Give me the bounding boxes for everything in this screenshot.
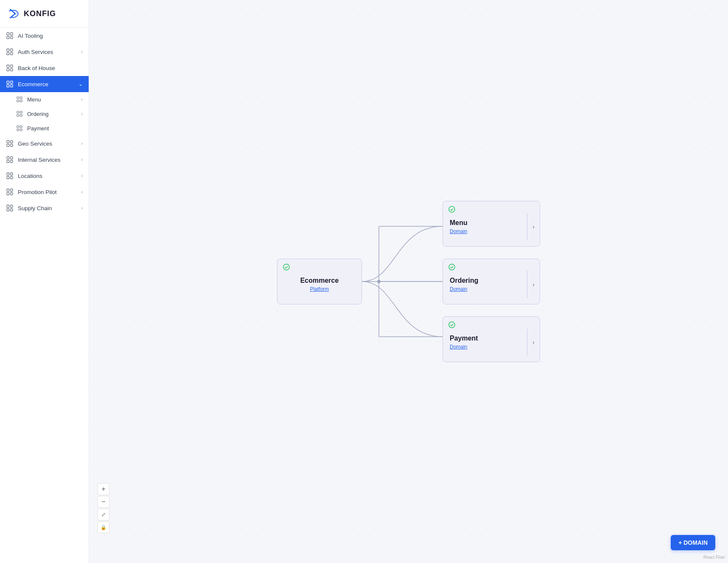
chevron-right-supply: › (81, 205, 83, 211)
svg-rect-28 (7, 141, 9, 143)
payment-node-title: Payment (450, 335, 520, 342)
svg-rect-41 (11, 189, 13, 191)
svg-rect-1 (11, 33, 13, 35)
sidebar-item-promotion-pilot[interactable]: Promotion Pilot › (0, 184, 89, 200)
svg-rect-13 (11, 81, 13, 84)
svg-rect-44 (7, 205, 9, 208)
svg-rect-38 (7, 177, 9, 179)
ecommerce-node-inner: Ecommerce Platform (277, 271, 361, 298)
node-ecommerce[interactable]: Ecommerce Platform (277, 259, 362, 304)
svg-rect-46 (7, 209, 9, 211)
grid-icon-3 (6, 64, 14, 72)
grid-icon-2 (6, 48, 14, 56)
svg-rect-20 (17, 111, 19, 113)
sidebar-item-ordering[interactable]: Ordering › (0, 107, 89, 121)
svg-point-48 (377, 280, 381, 283)
grid-icon-promotion (6, 188, 14, 196)
ordering-arrow-icon[interactable]: › (527, 271, 540, 298)
ordering-node-subtitle: Domain (450, 286, 520, 292)
menu-check-icon (448, 205, 456, 213)
svg-rect-5 (11, 49, 13, 51)
svg-rect-40 (7, 189, 9, 191)
chevron-right-internal: › (81, 157, 83, 163)
svg-point-54 (449, 206, 455, 212)
svg-rect-47 (11, 209, 13, 211)
sidebar-item-back-of-house[interactable]: Back of House (0, 60, 89, 76)
sidebar-item-internal-services[interactable]: Internal Services › (0, 152, 89, 168)
sidebar-item-ai-tooling-label: AI Tooling (18, 33, 83, 39)
svg-rect-16 (17, 97, 19, 99)
svg-rect-17 (20, 97, 22, 99)
sidebar-item-ecommerce-label: Ecommerce (18, 81, 77, 87)
svg-rect-3 (11, 37, 13, 39)
svg-rect-37 (11, 173, 13, 175)
lock-button[interactable]: 🔒 (98, 521, 109, 533)
sidebar-item-supply-chain[interactable]: Supply Chain › (0, 200, 89, 216)
sidebar: KONFIG AI Tooling Auth Services › Back o… (0, 0, 89, 563)
sidebar-item-locations-label: Locations (18, 173, 79, 179)
svg-rect-24 (17, 126, 19, 128)
svg-rect-27 (20, 129, 22, 131)
grid-icon (6, 32, 14, 39)
sidebar-item-promotion-pilot-label: Promotion Pilot (18, 189, 79, 195)
fit-button[interactable]: ⤢ (98, 509, 109, 521)
chevron-right-promotion: › (81, 189, 83, 195)
svg-point-56 (449, 322, 455, 328)
chevron-right-locations: › (81, 173, 83, 179)
flow-container: Ecommerce Platform Menu Domain › (89, 0, 728, 563)
sidebar-item-back-of-house-label: Back of House (18, 65, 83, 71)
ecommerce-check-icon (283, 263, 290, 271)
svg-point-55 (449, 264, 455, 270)
svg-rect-36 (7, 173, 9, 175)
svg-rect-7 (11, 53, 13, 55)
svg-rect-26 (17, 129, 19, 131)
node-payment[interactable]: Payment Domain › (442, 316, 540, 362)
sidebar-item-ordering-label: Ordering (27, 111, 79, 117)
sidebar-item-internal-services-label: Internal Services (18, 157, 79, 163)
main-canvas: Ecommerce Platform Menu Domain › (89, 0, 728, 563)
zoom-in-button[interactable]: + (98, 483, 109, 495)
ecommerce-node-subtitle: Platform (284, 286, 355, 292)
svg-rect-2 (7, 37, 9, 39)
sidebar-item-auth-services[interactable]: Auth Services › (0, 44, 89, 60)
chevron-right-menu: › (81, 96, 83, 102)
grid-icon-payment (16, 125, 23, 132)
svg-point-53 (283, 264, 289, 270)
sidebar-item-payment[interactable]: Payment (0, 121, 89, 135)
menu-arrow-icon[interactable]: › (527, 213, 540, 240)
svg-rect-14 (7, 85, 9, 87)
sidebar-item-locations[interactable]: Locations › (0, 168, 89, 184)
grid-icon-geo (6, 140, 14, 147)
payment-check-icon (448, 321, 456, 329)
payment-arrow-icon[interactable]: › (527, 329, 540, 356)
sidebar-item-supply-chain-label: Supply Chain (18, 205, 79, 211)
grid-icon-locations (6, 172, 14, 180)
chevron-down-icon: ⌄ (78, 81, 83, 87)
node-menu[interactable]: Menu Domain › (442, 201, 540, 247)
zoom-out-button[interactable]: − (98, 496, 109, 508)
node-ordering[interactable]: Ordering Domain › (442, 259, 540, 304)
grid-icon-supply (6, 204, 14, 212)
grid-icon-internal (6, 156, 14, 163)
sidebar-item-ecommerce[interactable]: Ecommerce ⌄ (0, 76, 89, 92)
sidebar-item-menu[interactable]: Menu › (0, 92, 89, 107)
ecommerce-submenu: Menu › Ordering › Payment (0, 92, 89, 135)
chevron-right-icon: › (81, 49, 83, 55)
sidebar-item-ai-tooling[interactable]: AI Tooling (0, 28, 89, 44)
sidebar-item-geo-services-label: Geo Services (18, 141, 79, 147)
sidebar-item-payment-label: Payment (27, 125, 83, 132)
sidebar-item-geo-services[interactable]: Geo Services › (0, 135, 89, 152)
add-domain-button[interactable]: + DOMAIN (671, 535, 715, 550)
ordering-check-icon (448, 263, 456, 271)
menu-node-subtitle: Domain (450, 228, 520, 234)
svg-rect-31 (11, 144, 13, 147)
svg-rect-22 (17, 115, 19, 117)
menu-node-title: Menu (450, 219, 520, 227)
svg-rect-19 (20, 100, 22, 102)
svg-rect-9 (11, 65, 13, 68)
sidebar-item-auth-services-label: Auth Services (18, 49, 79, 55)
svg-rect-30 (7, 144, 9, 147)
map-controls: + − ⤢ 🔒 (98, 483, 109, 533)
payment-node-subtitle: Domain (450, 344, 520, 350)
grid-icon-menu (16, 96, 23, 103)
